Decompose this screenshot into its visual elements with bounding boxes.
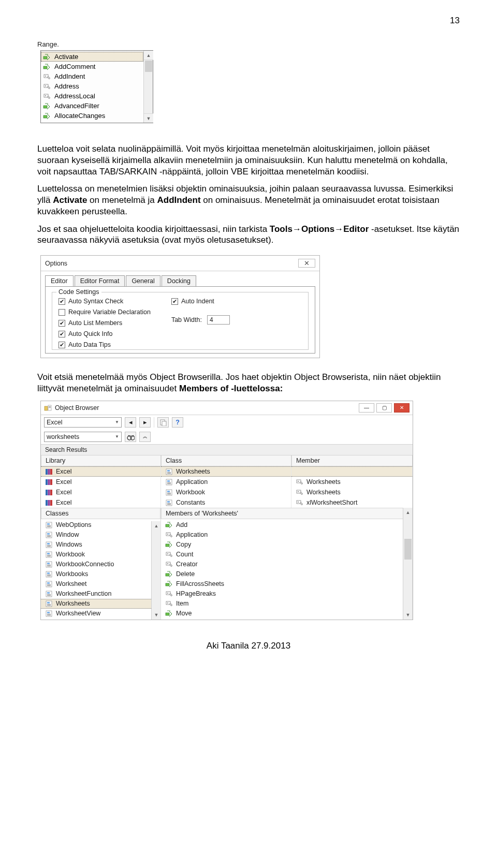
checkbox-auto-syntax-check[interactable]: Auto Syntax Check (59, 298, 151, 305)
search-result-row[interactable]: ExcelApplicationWorksheets (41, 477, 413, 487)
method-icon (165, 580, 173, 587)
copy-icon[interactable] (157, 417, 169, 428)
member-item[interactable]: FillAcrossSheets (161, 579, 403, 589)
member-item[interactable]: Application (161, 530, 403, 540)
library-icon (45, 478, 53, 486)
scrollbar[interactable]: ▲▼ (151, 521, 160, 620)
prop-icon (296, 478, 303, 486)
member-item[interactable]: Add (161, 520, 403, 530)
prop-icon (296, 489, 303, 496)
member-item[interactable]: Item (161, 599, 403, 609)
intellisense-item[interactable]: AddressLocal (41, 91, 143, 101)
nav-forward-icon[interactable]: ▸ (139, 417, 151, 428)
close-icon[interactable]: ✕ (298, 259, 315, 268)
help-icon[interactable]: ? (172, 417, 183, 428)
checkbox-require-variable-declaration[interactable]: Require Variable Declaration (59, 308, 151, 316)
prop-icon (165, 561, 173, 568)
class-item[interactable]: WorkbookConnectio (41, 560, 151, 569)
search-result-row[interactable]: ExcelWorksheets (41, 466, 413, 477)
class-icon (45, 541, 53, 548)
checkbox-icon (171, 298, 178, 305)
results-header-row: LibraryClassMember (41, 455, 413, 466)
search-result-row[interactable]: ExcelConstantsxlWorksheetShort (41, 497, 413, 508)
scroll-thumb[interactable] (404, 539, 412, 560)
method-icon (165, 610, 173, 617)
class-item[interactable]: WorksheetFunction (41, 589, 151, 599)
tab-editor-format[interactable]: Editor Format (75, 275, 125, 286)
class-item[interactable]: Windows (41, 540, 151, 550)
ob-title: Object Browser (55, 404, 99, 411)
paragraph-3: Jos et saa ohjeluetteloita koodia kirjoi… (37, 224, 460, 246)
collapse-icon[interactable]: ︽ (139, 432, 151, 442)
member-item[interactable]: Count (161, 550, 403, 560)
member-item[interactable]: Move (161, 609, 403, 619)
close-icon[interactable]: ✕ (394, 403, 410, 413)
class-icon (45, 590, 53, 597)
class-icon (45, 570, 53, 578)
prop-icon (43, 83, 51, 90)
checkbox-auto-data-tips[interactable]: Auto Data Tips (59, 341, 151, 348)
class-item[interactable]: WorksheetView (41, 609, 151, 619)
intellisense-item[interactable]: AdvancedFilter (41, 101, 143, 111)
paragraph-2: Luettelossa on menetelmien lisäksi objek… (37, 183, 460, 217)
maximize-icon[interactable]: ▢ (376, 403, 392, 413)
class-icon (45, 521, 53, 528)
scrollbar[interactable]: ▲ ▼ (143, 51, 153, 123)
scroll-down-icon[interactable]: ▼ (403, 610, 413, 620)
scroll-up-icon[interactable]: ▲ (144, 51, 153, 60)
member-item[interactable]: Creator (161, 560, 403, 569)
classes-header: Classes (41, 508, 160, 519)
class-item[interactable]: Workbook (41, 550, 151, 560)
method-icon (43, 53, 51, 61)
library-icon (45, 489, 53, 496)
intellisense-item[interactable]: AllocateChanges (41, 111, 143, 121)
search-icon[interactable] (125, 432, 136, 442)
prop-icon (43, 73, 51, 80)
class-item[interactable]: Worksheets (41, 599, 151, 609)
class-item[interactable]: Window (41, 530, 151, 540)
scroll-down-icon[interactable]: ▼ (144, 113, 153, 123)
intellisense-item[interactable]: AddComment (41, 62, 143, 71)
scroll-thumb[interactable] (145, 61, 152, 72)
tab-editor[interactable]: Editor (45, 275, 74, 286)
prop-icon (165, 600, 173, 607)
member-item[interactable]: Copy (161, 540, 403, 550)
method-icon (165, 570, 173, 578)
prop-icon (296, 499, 303, 506)
scrollbar[interactable]: ▲ ▼ (403, 508, 412, 620)
class-item[interactable]: Worksheet (41, 579, 151, 589)
minimize-icon[interactable]: — (359, 403, 374, 413)
tab-width-input[interactable]: 4 (207, 315, 230, 325)
footer: Aki Taanila 27.9.2013 (37, 641, 460, 651)
intellisense-item[interactable]: Activate (41, 52, 143, 62)
class-icon (165, 499, 173, 506)
intellisense-item[interactable]: AddIndent (41, 71, 143, 81)
member-item[interactable]: HPageBreaks (161, 589, 403, 599)
checkbox-auto-list-members[interactable]: Auto List Members (59, 319, 151, 327)
search-result-row[interactable]: ExcelWorkbookWorksheets (41, 487, 413, 497)
member-item[interactable]: Delete (161, 569, 403, 579)
checkbox-icon (59, 309, 65, 316)
tab-docking[interactable]: Docking (162, 275, 196, 286)
prop-icon (165, 590, 173, 597)
paragraph-1: Luetteloa voit selata nuolinäppäimillä. … (37, 143, 460, 177)
class-item[interactable]: WebOptions (41, 520, 151, 530)
project-combo[interactable]: Excel▼ (44, 417, 122, 428)
tab-width-field: Tab Width: 4 (171, 315, 230, 325)
library-icon (45, 468, 53, 475)
dialog-title: Options (45, 260, 67, 267)
checkbox-auto-quick-info[interactable]: Auto Quick Info (59, 330, 151, 337)
auto-indent-checkbox[interactable]: Auto Indent (171, 298, 230, 305)
checkbox-icon (59, 320, 65, 327)
scroll-up-icon[interactable]: ▲ (403, 508, 413, 517)
class-icon (45, 531, 53, 538)
search-combo[interactable]: worksheets▼ (44, 432, 122, 442)
class-icon (45, 600, 53, 607)
tab-general[interactable]: General (126, 275, 160, 286)
intellisense-item[interactable]: Address (41, 81, 143, 91)
intellisense-popup: ActivateAddCommentAddIndentAddressAddres… (40, 50, 153, 123)
range-label: Range. (37, 40, 460, 48)
nav-back-icon[interactable]: ◂ (125, 417, 136, 428)
class-icon (165, 478, 173, 486)
class-item[interactable]: Workbooks (41, 569, 151, 579)
